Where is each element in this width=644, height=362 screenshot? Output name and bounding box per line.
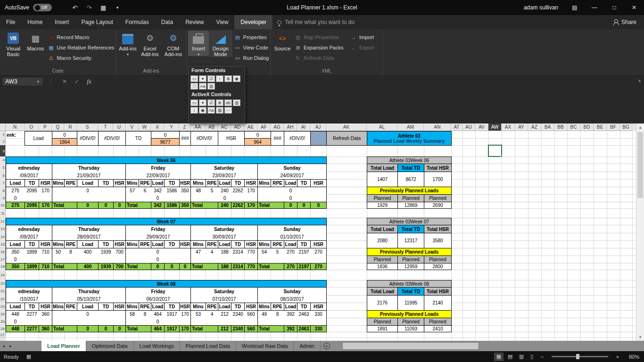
athlete-summary-header[interactable]: Athlete 03Planned Load Weekly Summary: [367, 131, 452, 146]
row-header-16[interactable]: 16: [0, 248, 6, 256]
data-cell[interactable]: 0: [6, 255, 25, 263]
total-cell[interactable]: 2277: [25, 325, 39, 332]
horizontal-scrollbar[interactable]: [337, 341, 644, 351]
column-header-AU[interactable]: AU: [462, 123, 475, 131]
sheet-tab-load-planner[interactable]: Load Planner: [41, 341, 86, 351]
total-cell[interactable]: 700: [113, 263, 126, 270]
day-date-cell[interactable]: 08/10/2017: [257, 295, 327, 303]
row-header-21[interactable]: 21: [0, 287, 6, 296]
metric-value-cell[interactable]: 0: [151, 131, 180, 139]
column-header-cell[interactable]: HSR: [244, 303, 258, 311]
data-cell[interactable]: 4: [206, 248, 218, 256]
zoom-in-icon[interactable]: +: [613, 353, 622, 361]
total-cell[interactable]: 2262: [231, 202, 245, 209]
zoom-out-icon[interactable]: −: [537, 353, 547, 361]
fill-handle[interactable]: [500, 155, 503, 157]
ribbon-tab-home[interactable]: Home: [21, 15, 49, 29]
column-header-AN[interactable]: AN: [424, 123, 451, 131]
total-cell[interactable]: 2095: [25, 202, 39, 209]
day-name-cell[interactable]: Saturday: [190, 164, 258, 172]
activex-control-scroll-bar-icon[interactable]: ▥: [233, 99, 240, 106]
planned-value-cell[interactable]: 11093: [397, 325, 424, 332]
error-cell[interactable]: #DIV/0!: [190, 131, 218, 146]
total-cell[interactable]: 330: [310, 325, 327, 332]
day-name-cell[interactable]: ednesday: [6, 164, 52, 172]
planned-value-cell[interactable]: 1891: [367, 325, 398, 332]
refresh-data-button[interactable]: Refresh Data: [326, 131, 367, 146]
row-header-1[interactable]: 1: [0, 131, 6, 139]
cancel-icon[interactable]: ✕: [58, 78, 71, 85]
column-header-cell[interactable]: TD: [231, 303, 245, 311]
column-header-cell[interactable]: TD: [231, 179, 245, 187]
day-name-cell[interactable]: Thursday: [52, 164, 126, 172]
ribbon-tab-insert[interactable]: Insert: [49, 15, 75, 29]
day-date-cell[interactable]: /09/2017: [6, 233, 52, 241]
page-layout-view-icon[interactable]: ▤: [505, 353, 515, 361]
activex-control-spin-button-icon[interactable]: ↕: [190, 107, 198, 114]
summary-value-cell[interactable]: 1407: [367, 172, 398, 187]
column-header-cell[interactable]: HSR: [179, 303, 191, 311]
column-header-cell[interactable]: TD: [164, 303, 180, 311]
data-cell[interactable]: 360: [39, 310, 52, 318]
column-header-Y[interactable]: Y: [164, 123, 179, 131]
column-header-cell[interactable]: RPE: [139, 303, 151, 311]
enter-icon[interactable]: ✓: [71, 78, 83, 85]
column-header-cell[interactable]: Mins: [52, 240, 65, 248]
row-header-13[interactable]: 13: [0, 225, 6, 233]
activex-control-combo-box-icon[interactable]: ▾: [199, 99, 206, 106]
planned-header-cell[interactable]: Planned: [367, 194, 398, 202]
column-header-cell[interactable]: TD: [164, 179, 180, 187]
export-button[interactable]: ←Export: [350, 44, 374, 51]
ribbon-tab-formulas[interactable]: Formulas: [119, 15, 155, 29]
data-cell[interactable]: 170: [179, 310, 191, 318]
data-cell[interactable]: 770: [244, 248, 258, 256]
day-date-cell[interactable]: 29/09/2017: [125, 233, 191, 241]
day-name-cell[interactable]: Saturday: [190, 287, 258, 296]
week-header[interactable]: Week 08: [6, 280, 327, 288]
data-cell[interactable]: 0: [77, 310, 99, 318]
total-cell[interactable]: 392: [284, 325, 297, 332]
day-name-cell[interactable]: ednesday: [6, 225, 52, 233]
column-header-cell[interactable]: RPE: [64, 179, 77, 187]
data-cell[interactable]: 50: [52, 248, 65, 256]
error-cell[interactable]: #DIV/0!: [98, 131, 126, 146]
close-button[interactable]: ✕: [624, 0, 644, 15]
day-name-cell[interactable]: Friday: [125, 225, 191, 233]
redo-button[interactable]: ↷: [84, 4, 94, 11]
column-header-cell[interactable]: HSR: [113, 179, 126, 187]
column-header-P[interactable]: P: [39, 123, 52, 131]
summary-col-header[interactable]: Total HSR: [424, 225, 452, 233]
total-cell[interactable]: 448: [6, 325, 25, 332]
row-header-5[interactable]: 5: [0, 164, 6, 172]
name-box[interactable]: AW3 ▼: [2, 77, 43, 86]
row-header-20[interactable]: 20: [0, 280, 6, 288]
planned-header-cell[interactable]: Planned: [367, 255, 398, 263]
total-cell[interactable]: 770: [244, 263, 258, 270]
summary-title[interactable]: Athlete 03Week 06: [367, 156, 452, 164]
column-header-BA[interactable]: BA: [541, 123, 554, 131]
row-header-25[interactable]: 25: [0, 318, 6, 326]
macros-button[interactable]: ▦ Macros: [25, 31, 46, 51]
column-header-cell[interactable]: Load: [218, 303, 231, 311]
day-date-cell[interactable]: /10/2017: [6, 295, 52, 303]
error-cell[interactable]: ###: [271, 131, 284, 146]
planned-header-cell[interactable]: Planned: [424, 255, 452, 263]
name-box-dropdown-icon[interactable]: ▼: [36, 80, 40, 84]
column-header-N[interactable]: N: [6, 123, 25, 131]
form-control-list-box-icon[interactable]: ≣: [224, 75, 232, 82]
column-header-cell[interactable]: TD: [297, 303, 311, 311]
column-header-AK[interactable]: AK: [326, 123, 367, 131]
design-mode-button[interactable]: Design Mode: [209, 31, 232, 57]
row-header-17[interactable]: 17: [0, 255, 6, 263]
data-cell[interactable]: 0: [284, 187, 297, 195]
day-date-cell[interactable]: 24/09/2017: [257, 172, 327, 180]
column-header-cell[interactable]: RPE: [206, 303, 218, 311]
day-date-cell[interactable]: /09/2017: [6, 172, 52, 180]
data-cell[interactable]: 0: [151, 255, 165, 263]
com-addins-button[interactable]: ⚙ COM Add-ins: [162, 31, 185, 57]
total-cell[interactable]: 2340: [231, 325, 245, 332]
scroll-up-icon[interactable]: ▲: [636, 123, 644, 131]
planned-header-cell[interactable]: Planned: [397, 255, 424, 263]
form-control-group-box-icon[interactable]: □: [190, 83, 198, 90]
data-cell[interactable]: 8: [139, 310, 151, 318]
